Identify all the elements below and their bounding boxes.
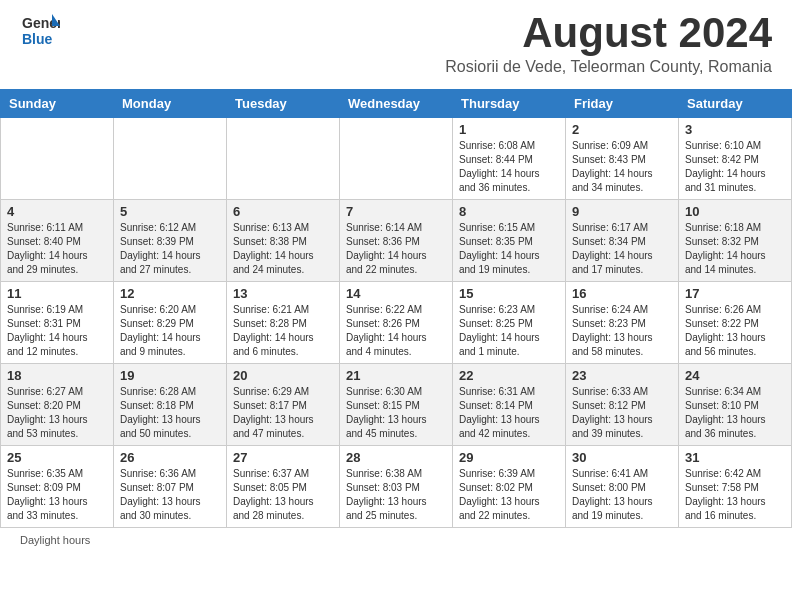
- col-saturday: Saturday: [679, 90, 792, 118]
- day-info: Sunrise: 6:27 AM Sunset: 8:20 PM Dayligh…: [7, 385, 107, 441]
- day-number: 4: [7, 204, 107, 219]
- day-info: Sunrise: 6:34 AM Sunset: 8:10 PM Dayligh…: [685, 385, 785, 441]
- day-info: Sunrise: 6:09 AM Sunset: 8:43 PM Dayligh…: [572, 139, 672, 195]
- calendar-cell: 14Sunrise: 6:22 AM Sunset: 8:26 PM Dayli…: [340, 282, 453, 364]
- day-info: Sunrise: 6:23 AM Sunset: 8:25 PM Dayligh…: [459, 303, 559, 359]
- calendar-cell: 18Sunrise: 6:27 AM Sunset: 8:20 PM Dayli…: [1, 364, 114, 446]
- calendar-cell: 15Sunrise: 6:23 AM Sunset: 8:25 PM Dayli…: [453, 282, 566, 364]
- calendar-header-row: Sunday Monday Tuesday Wednesday Thursday…: [1, 90, 792, 118]
- day-info: Sunrise: 6:26 AM Sunset: 8:22 PM Dayligh…: [685, 303, 785, 359]
- day-info: Sunrise: 6:24 AM Sunset: 8:23 PM Dayligh…: [572, 303, 672, 359]
- calendar-cell: 20Sunrise: 6:29 AM Sunset: 8:17 PM Dayli…: [227, 364, 340, 446]
- day-info: Sunrise: 6:10 AM Sunset: 8:42 PM Dayligh…: [685, 139, 785, 195]
- calendar-week-row: 11Sunrise: 6:19 AM Sunset: 8:31 PM Dayli…: [1, 282, 792, 364]
- calendar-cell: 31Sunrise: 6:42 AM Sunset: 7:58 PM Dayli…: [679, 446, 792, 528]
- calendar-cell: 3Sunrise: 6:10 AM Sunset: 8:42 PM Daylig…: [679, 118, 792, 200]
- day-info: Sunrise: 6:35 AM Sunset: 8:09 PM Dayligh…: [7, 467, 107, 523]
- day-info: Sunrise: 6:29 AM Sunset: 8:17 PM Dayligh…: [233, 385, 333, 441]
- day-number: 23: [572, 368, 672, 383]
- calendar-cell: 27Sunrise: 6:37 AM Sunset: 8:05 PM Dayli…: [227, 446, 340, 528]
- calendar-cell: 2Sunrise: 6:09 AM Sunset: 8:43 PM Daylig…: [566, 118, 679, 200]
- calendar-body: 1Sunrise: 6:08 AM Sunset: 8:44 PM Daylig…: [1, 118, 792, 528]
- day-number: 24: [685, 368, 785, 383]
- day-number: 7: [346, 204, 446, 219]
- calendar-cell: 28Sunrise: 6:38 AM Sunset: 8:03 PM Dayli…: [340, 446, 453, 528]
- day-number: 12: [120, 286, 220, 301]
- day-number: 14: [346, 286, 446, 301]
- day-info: Sunrise: 6:18 AM Sunset: 8:32 PM Dayligh…: [685, 221, 785, 277]
- day-number: 9: [572, 204, 672, 219]
- col-sunday: Sunday: [1, 90, 114, 118]
- day-number: 3: [685, 122, 785, 137]
- page-container: General Blue August 2024 Rosiorii de Ved…: [0, 0, 792, 552]
- calendar-cell: 4Sunrise: 6:11 AM Sunset: 8:40 PM Daylig…: [1, 200, 114, 282]
- col-wednesday: Wednesday: [340, 90, 453, 118]
- day-info: Sunrise: 6:39 AM Sunset: 8:02 PM Dayligh…: [459, 467, 559, 523]
- calendar-cell: 21Sunrise: 6:30 AM Sunset: 8:15 PM Dayli…: [340, 364, 453, 446]
- calendar-cell: 29Sunrise: 6:39 AM Sunset: 8:02 PM Dayli…: [453, 446, 566, 528]
- footer: Daylight hours: [0, 528, 792, 552]
- day-info: Sunrise: 6:17 AM Sunset: 8:34 PM Dayligh…: [572, 221, 672, 277]
- calendar-cell: 19Sunrise: 6:28 AM Sunset: 8:18 PM Dayli…: [114, 364, 227, 446]
- calendar-cell: 7Sunrise: 6:14 AM Sunset: 8:36 PM Daylig…: [340, 200, 453, 282]
- calendar-cell: 5Sunrise: 6:12 AM Sunset: 8:39 PM Daylig…: [114, 200, 227, 282]
- day-number: 30: [572, 450, 672, 465]
- day-number: 8: [459, 204, 559, 219]
- day-number: 15: [459, 286, 559, 301]
- day-number: 10: [685, 204, 785, 219]
- calendar-cell: 1Sunrise: 6:08 AM Sunset: 8:44 PM Daylig…: [453, 118, 566, 200]
- calendar-cell: 23Sunrise: 6:33 AM Sunset: 8:12 PM Dayli…: [566, 364, 679, 446]
- day-number: 22: [459, 368, 559, 383]
- day-info: Sunrise: 6:15 AM Sunset: 8:35 PM Dayligh…: [459, 221, 559, 277]
- header: General Blue August 2024 Rosiorii de Ved…: [0, 0, 792, 81]
- day-number: 25: [7, 450, 107, 465]
- day-info: Sunrise: 6:36 AM Sunset: 8:07 PM Dayligh…: [120, 467, 220, 523]
- col-monday: Monday: [114, 90, 227, 118]
- day-info: Sunrise: 6:30 AM Sunset: 8:15 PM Dayligh…: [346, 385, 446, 441]
- day-info: Sunrise: 6:31 AM Sunset: 8:14 PM Dayligh…: [459, 385, 559, 441]
- svg-text:Blue: Blue: [22, 31, 53, 47]
- day-info: Sunrise: 6:19 AM Sunset: 8:31 PM Dayligh…: [7, 303, 107, 359]
- daylight-label: Daylight hours: [20, 534, 90, 546]
- day-info: Sunrise: 6:12 AM Sunset: 8:39 PM Dayligh…: [120, 221, 220, 277]
- day-number: 29: [459, 450, 559, 465]
- day-number: 19: [120, 368, 220, 383]
- location-subtitle: Rosiorii de Vede, Teleorman County, Roma…: [445, 58, 772, 76]
- day-info: Sunrise: 6:11 AM Sunset: 8:40 PM Dayligh…: [7, 221, 107, 277]
- day-number: 5: [120, 204, 220, 219]
- day-info: Sunrise: 6:21 AM Sunset: 8:28 PM Dayligh…: [233, 303, 333, 359]
- day-info: Sunrise: 6:28 AM Sunset: 8:18 PM Dayligh…: [120, 385, 220, 441]
- day-number: 21: [346, 368, 446, 383]
- calendar-cell: 9Sunrise: 6:17 AM Sunset: 8:34 PM Daylig…: [566, 200, 679, 282]
- calendar-cell: 24Sunrise: 6:34 AM Sunset: 8:10 PM Dayli…: [679, 364, 792, 446]
- calendar-cell: 13Sunrise: 6:21 AM Sunset: 8:28 PM Dayli…: [227, 282, 340, 364]
- day-info: Sunrise: 6:22 AM Sunset: 8:26 PM Dayligh…: [346, 303, 446, 359]
- calendar-cell: 17Sunrise: 6:26 AM Sunset: 8:22 PM Dayli…: [679, 282, 792, 364]
- calendar-cell: 12Sunrise: 6:20 AM Sunset: 8:29 PM Dayli…: [114, 282, 227, 364]
- logo-icon: General Blue: [20, 10, 60, 50]
- calendar-cell: 25Sunrise: 6:35 AM Sunset: 8:09 PM Dayli…: [1, 446, 114, 528]
- col-tuesday: Tuesday: [227, 90, 340, 118]
- day-info: Sunrise: 6:14 AM Sunset: 8:36 PM Dayligh…: [346, 221, 446, 277]
- day-number: 27: [233, 450, 333, 465]
- day-info: Sunrise: 6:33 AM Sunset: 8:12 PM Dayligh…: [572, 385, 672, 441]
- day-number: 31: [685, 450, 785, 465]
- calendar-table: Sunday Monday Tuesday Wednesday Thursday…: [0, 89, 792, 528]
- calendar-cell: 30Sunrise: 6:41 AM Sunset: 8:00 PM Dayli…: [566, 446, 679, 528]
- day-number: 20: [233, 368, 333, 383]
- day-info: Sunrise: 6:08 AM Sunset: 8:44 PM Dayligh…: [459, 139, 559, 195]
- day-number: 2: [572, 122, 672, 137]
- day-number: 26: [120, 450, 220, 465]
- day-info: Sunrise: 6:42 AM Sunset: 7:58 PM Dayligh…: [685, 467, 785, 523]
- calendar-cell: [1, 118, 114, 200]
- calendar-cell: 8Sunrise: 6:15 AM Sunset: 8:35 PM Daylig…: [453, 200, 566, 282]
- day-number: 28: [346, 450, 446, 465]
- calendar-week-row: 4Sunrise: 6:11 AM Sunset: 8:40 PM Daylig…: [1, 200, 792, 282]
- calendar-week-row: 18Sunrise: 6:27 AM Sunset: 8:20 PM Dayli…: [1, 364, 792, 446]
- day-info: Sunrise: 6:38 AM Sunset: 8:03 PM Dayligh…: [346, 467, 446, 523]
- calendar-cell: 16Sunrise: 6:24 AM Sunset: 8:23 PM Dayli…: [566, 282, 679, 364]
- calendar-week-row: 25Sunrise: 6:35 AM Sunset: 8:09 PM Dayli…: [1, 446, 792, 528]
- month-title: August 2024: [445, 10, 772, 56]
- calendar-cell: [227, 118, 340, 200]
- calendar-cell: [340, 118, 453, 200]
